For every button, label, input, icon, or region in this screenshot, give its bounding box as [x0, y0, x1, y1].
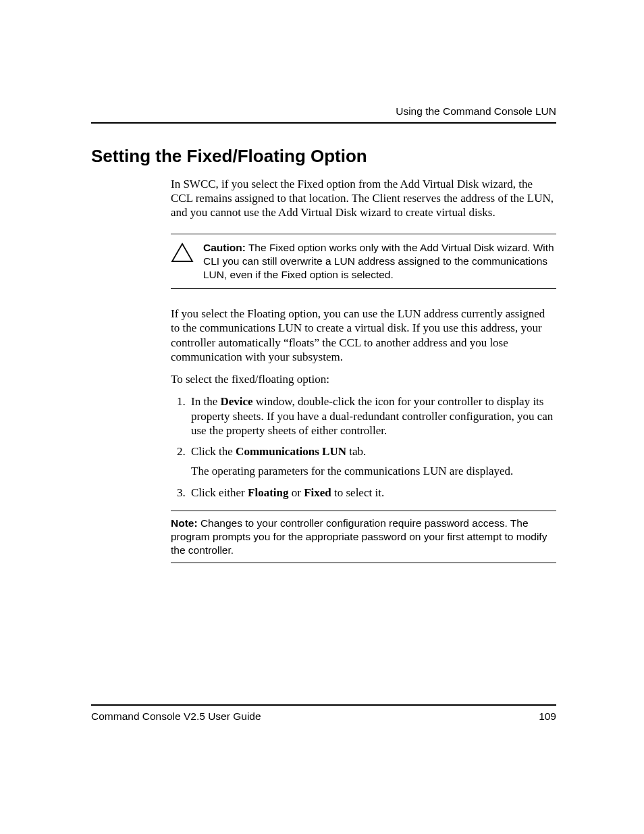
- lead-in: To select the fixed/floating option:: [171, 372, 556, 386]
- bold-comm-lun: Communications LUN: [236, 445, 346, 458]
- caution-triangle-icon: [171, 242, 194, 266]
- list-item: Click the Communications LUN tab. The op…: [188, 444, 556, 479]
- list-item: Click either Floating or Fixed to select…: [188, 486, 556, 500]
- svg-marker-0: [172, 244, 192, 261]
- page-footer: Command Console V2.5 User Guide 109: [91, 704, 556, 723]
- intro-paragraph: In SWCC, if you select the Fixed option …: [171, 177, 556, 220]
- footer-page-number: 109: [539, 710, 556, 723]
- note-body: Changes to your controller configuration…: [171, 517, 547, 556]
- header-rule: [91, 122, 556, 124]
- step-sub: The operating parameters for the communi…: [191, 464, 556, 478]
- bold-floating: Floating: [248, 486, 288, 499]
- note-label: Note:: [171, 517, 198, 529]
- footer-rule: [91, 704, 556, 706]
- caution-box: Caution: The Fixed option works only wit…: [171, 234, 556, 289]
- bold-device: Device: [220, 395, 252, 408]
- floating-paragraph: If you select the Floating option, you c…: [171, 307, 556, 364]
- footer-doc-title: Command Console V2.5 User Guide: [91, 710, 261, 723]
- list-item: In the Device window, double-click the i…: [188, 394, 556, 438]
- page-title: Setting the Fixed/Floating Option: [91, 145, 556, 167]
- bold-fixed: Fixed: [304, 486, 331, 499]
- procedure-list: In the Device window, double-click the i…: [171, 394, 556, 500]
- running-head: Using the Command Console LUN: [91, 105, 556, 118]
- caution-text: Caution: The Fixed option works only wit…: [203, 241, 556, 282]
- caution-label: Caution:: [203, 242, 246, 253]
- note-box: Note: Changes to your controller configu…: [171, 511, 556, 563]
